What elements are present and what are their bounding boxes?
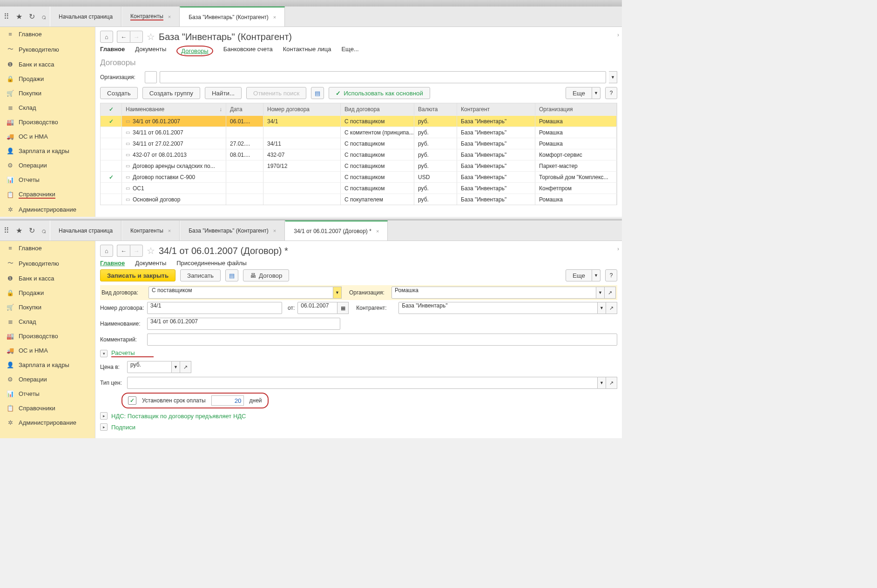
sidebar-item-7[interactable]: 🚚ОС и НМА: [0, 343, 95, 358]
more-button[interactable]: Еще: [566, 87, 592, 99]
subtab-documents[interactable]: Документы: [135, 260, 166, 267]
tab-contragents[interactable]: Контрагенты×: [121, 220, 180, 241]
name-input[interactable]: 34/1 от 06.01.2007: [147, 318, 340, 330]
star-icon[interactable]: ★: [16, 12, 22, 21]
table-row[interactable]: ▭34/11 от 06.01.2007С комитентом (принци…: [101, 127, 617, 138]
back-button[interactable]: ←: [117, 31, 130, 43]
tab-start[interactable]: Начальная страница: [50, 7, 121, 27]
col-curr[interactable]: Валюта: [414, 103, 457, 115]
price-input[interactable]: руб.: [127, 361, 172, 373]
agent-open[interactable]: ↗: [606, 302, 617, 314]
tab-start[interactable]: Начальная страница: [50, 220, 121, 241]
sidebar-item-8[interactable]: 👤Зарплата и кадры: [0, 144, 95, 158]
list-icon[interactable]: ▤: [311, 87, 324, 99]
subtab-main[interactable]: Главное: [100, 260, 125, 267]
sidebar-item-5[interactable]: ≣Склад: [0, 314, 95, 329]
pricetype-input[interactable]: [127, 377, 598, 389]
sidebar-item-4[interactable]: 🛒Покупки: [0, 300, 95, 314]
sidebar-item-8[interactable]: 👤Зарплата и кадры: [0, 358, 95, 372]
table-row[interactable]: ▭34/11 от 27.02.200727.02....34/11С пост…: [101, 138, 617, 149]
star-icon[interactable]: ★: [16, 226, 22, 235]
sidebar-item-1[interactable]: 〜Руководителю: [0, 255, 95, 271]
sidebar-item-10[interactable]: 📊Отчеты: [0, 173, 95, 187]
help-button[interactable]: ?: [605, 269, 617, 281]
home-button[interactable]: ⌂: [100, 245, 113, 257]
list-icon[interactable]: ▤: [225, 269, 238, 281]
subtab-files[interactable]: Присоединенные файлы: [176, 260, 247, 267]
subtab-more[interactable]: Еще...: [341, 46, 358, 56]
vat-section[interactable]: ▸ НДС: Поставщик по договору предъявляет…: [100, 412, 617, 420]
sidebar-item-0[interactable]: ≡Главное: [0, 27, 95, 41]
expand-icon[interactable]: ›: [617, 32, 619, 38]
pricetype-open[interactable]: ↗: [606, 377, 617, 389]
forward-button[interactable]: →: [130, 31, 143, 43]
apps-icon[interactable]: ⠿: [4, 12, 9, 21]
sidebar-item-10[interactable]: 📊Отчеты: [0, 387, 95, 401]
sidebar-item-0[interactable]: ≡Главное: [0, 241, 95, 255]
sidebar-item-6[interactable]: 🏭Производство: [0, 329, 95, 343]
col-agent[interactable]: Контрагент: [457, 103, 535, 115]
sidebar-item-9[interactable]: ⚙Операции: [0, 372, 95, 387]
due-days-input[interactable]: [211, 395, 244, 406]
table-row[interactable]: ▭Договор аренды складских по...1970/12С …: [101, 160, 617, 171]
sidebar-item-7[interactable]: 🚚ОС и НМА: [0, 129, 95, 144]
sidebar-item-3[interactable]: 🔒Продажи: [0, 72, 95, 86]
sidebar-item-12[interactable]: ✲Администрирование: [0, 202, 95, 217]
org-checkbox[interactable]: [145, 71, 157, 83]
calc-section[interactable]: ▾ Расчеты: [100, 349, 617, 357]
home-button[interactable]: ⌂: [100, 31, 113, 43]
sidebar-item-11[interactable]: 📋Справочники: [0, 401, 95, 415]
close-icon[interactable]: ×: [168, 228, 171, 234]
history-icon[interactable]: ↻: [29, 12, 35, 21]
sidebar-item-1[interactable]: 〜Руководителю: [0, 41, 95, 57]
favorite-icon[interactable]: ☆: [147, 31, 155, 42]
table-row[interactable]: ✓▭Договор поставки С-900С поставщикомUSD…: [101, 171, 617, 182]
close-icon[interactable]: ×: [168, 14, 171, 20]
sign-section[interactable]: ▸ Подписи: [100, 423, 617, 431]
col-date[interactable]: Дата: [226, 103, 263, 115]
org-open[interactable]: ↗: [605, 287, 616, 299]
search-icon[interactable]: ⌕: [41, 13, 46, 21]
org-dropdown[interactable]: ▼: [609, 71, 617, 83]
pricetype-dropdown[interactable]: ▼: [598, 377, 606, 389]
close-icon[interactable]: ×: [273, 14, 276, 20]
sidebar-item-4[interactable]: 🛒Покупки: [0, 86, 95, 100]
sidebar-item-6[interactable]: 🏭Производство: [0, 115, 95, 129]
tab-contragents[interactable]: Контрагенты×: [121, 7, 180, 27]
table-row[interactable]: ✓▭34/1 от 06.01.200706.01....34/1С поста…: [101, 115, 617, 127]
agent-dropdown[interactable]: ▼: [598, 302, 606, 314]
more-dropdown[interactable]: ▼: [592, 269, 600, 281]
sidebar-item-12[interactable]: ✲Администрирование: [0, 415, 95, 430]
tab-inventory[interactable]: База "Инвентарь" (Контрагент)×: [180, 220, 285, 241]
agent-input[interactable]: База "Инвентарь": [398, 302, 598, 314]
due-checkbox[interactable]: ✓: [128, 396, 136, 405]
col-name[interactable]: Наименование↓: [122, 103, 226, 115]
tab-inventory[interactable]: База "Инвентарь" (Контрагент)×: [180, 7, 285, 27]
price-dropdown[interactable]: ▼: [172, 361, 180, 373]
sidebar-item-5[interactable]: ≣Склад: [0, 100, 95, 115]
col-check[interactable]: ✓: [101, 103, 122, 115]
comment-input[interactable]: [147, 334, 617, 346]
sidebar-item-11[interactable]: 📋Справочники: [0, 187, 95, 202]
table-row[interactable]: ▭Основной договорС покупателемруб.База "…: [101, 194, 617, 205]
tab-contract[interactable]: 34/1 от 06.01.2007 (Договор) *×: [285, 220, 388, 241]
search-icon[interactable]: ⌕: [41, 227, 46, 235]
subtab-main[interactable]: Главное: [100, 46, 125, 56]
more-button[interactable]: Еще: [566, 269, 592, 281]
org-dropdown[interactable]: ▼: [596, 287, 605, 299]
back-button[interactable]: ←: [117, 245, 130, 257]
help-button[interactable]: ?: [605, 87, 617, 99]
subtab-contracts[interactable]: Договоры: [176, 46, 213, 56]
close-icon[interactable]: ×: [273, 228, 276, 234]
more-dropdown[interactable]: ▼: [592, 87, 600, 99]
date-input[interactable]: 06.01.2007: [297, 302, 337, 314]
table-row[interactable]: ▭432-07 от 08.01.201308.01....432-07С по…: [101, 149, 617, 160]
contract-button[interactable]: 🖶Договор: [243, 269, 289, 281]
save-button[interactable]: Записать: [180, 269, 221, 281]
save-close-button[interactable]: Записать и закрыть: [100, 269, 175, 281]
col-org[interactable]: Организация: [535, 103, 617, 115]
subtab-bankaccounts[interactable]: Банковские счета: [223, 46, 273, 56]
forward-button[interactable]: →: [130, 245, 143, 257]
type-dropdown[interactable]: ▼: [333, 287, 342, 299]
favorite-icon[interactable]: ☆: [147, 245, 155, 256]
